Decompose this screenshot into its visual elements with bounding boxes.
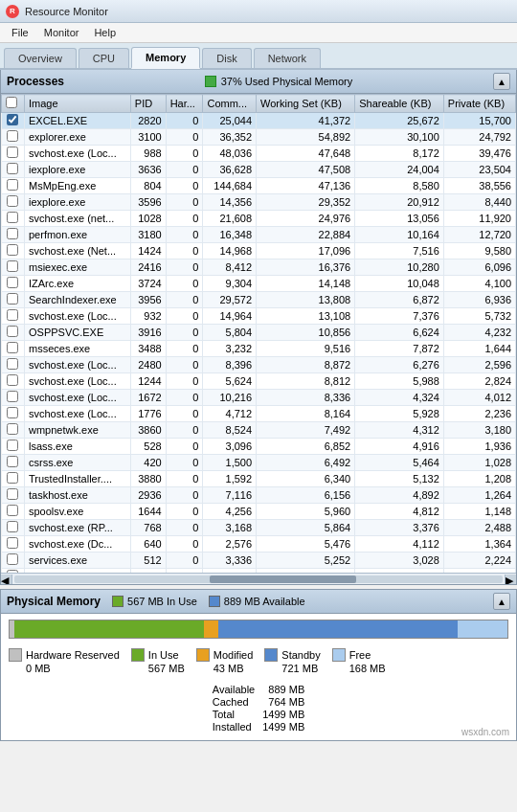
row-checkbox[interactable] [7,260,18,272]
scrollbar-thumb[interactable] [210,575,356,583]
table-row[interactable]: svchost.exe (Loc... 2480 0 8,396 8,872 6… [2,357,516,373]
tab-network[interactable]: Network [254,48,321,68]
row-checkbox[interactable] [7,505,18,516]
row-checkbox[interactable] [7,179,18,191]
row-checkbox[interactable] [7,326,18,337]
table-row[interactable]: svchost.exe (Loc... 1776 0 4,712 8,164 5… [2,406,516,422]
col-har[interactable]: Har... [166,95,203,113]
legend-value: 0 MB [9,663,51,674]
table-row[interactable]: svchost.exe (Net... 1424 0 14,968 17,096… [2,243,516,259]
stat-label: Total [213,709,255,720]
row-checkbox[interactable] [7,228,18,239]
row-image: perfmon.exe [25,227,131,243]
row-checkbox[interactable] [7,488,18,500]
row-checkbox[interactable] [7,309,18,321]
row-pid: 2480 [130,357,166,373]
table-row[interactable]: csrss.exe 420 0 1,500 6,492 5,464 1,028 [2,455,516,471]
row-har: 0 [166,243,203,259]
row-checkbox[interactable] [7,407,18,418]
row-shareable: 3,028 [355,553,444,569]
tab-disk[interactable]: Disk [202,48,251,68]
col-working[interactable]: Working Set (KB) [257,95,355,113]
row-har: 0 [166,422,203,439]
table-row[interactable]: svchost.exe (Dc... 640 0 2,576 5,476 4,1… [2,536,516,553]
row-checkbox[interactable] [7,114,18,125]
row-checkbox[interactable] [7,440,18,451]
col-checkbox [2,95,25,113]
table-row[interactable]: OSPPSVC.EXE 3916 0 5,804 10,856 6,624 4,… [2,325,516,341]
tab-overview[interactable]: Overview [4,48,77,68]
row-checkbox[interactable] [7,570,18,573]
table-row[interactable]: IZArc.exe 3724 0 9,304 14,148 10,048 4,1… [2,276,516,292]
scrollbar-left-arrow[interactable]: ◀ [1,575,12,584]
table-row[interactable]: SearchIndexer.exe 3956 0 29,572 13,808 6… [2,292,516,308]
table-row[interactable]: iexplore.exe 3596 0 14,356 29,352 20,912… [2,194,516,211]
table-row[interactable]: svchost.exe (Loc... 1672 0 10,216 8,336 … [2,390,516,406]
table-row[interactable]: explorer.exe 3100 0 36,352 54,892 30,100… [2,129,516,146]
row-working: 14,148 [257,276,355,292]
row-image: svchost.exe (Loc... [25,146,131,162]
row-comm: 4,712 [203,406,257,422]
table-row[interactable]: perfmon.exe 3180 0 16,348 22,884 10,164 … [2,227,516,243]
row-checkbox[interactable] [7,472,18,484]
row-checkbox[interactable] [7,423,18,435]
table-row[interactable]: wmpnetwk.exe 3860 0 8,524 7,492 4,312 3,… [2,422,516,439]
scrollbar-right-arrow[interactable]: ▶ [505,575,516,584]
table-row[interactable]: TrustedInstaller.... 3880 0 1,592 6,340 … [2,471,516,487]
table-row[interactable]: MsMpEng.exe 804 0 144,684 47,136 8,580 3… [2,178,516,194]
row-checkbox[interactable] [7,195,18,207]
row-checkbox[interactable] [7,163,18,174]
select-all-checkbox[interactable] [6,97,17,108]
menu-file[interactable]: File [4,25,36,40]
row-shareable: 5,132 [355,471,444,487]
row-checkbox[interactable] [7,553,18,565]
row-checkbox[interactable] [7,521,18,532]
table-row[interactable]: svchost.exe (Loc... 1244 0 5,624 8,812 5… [2,373,516,390]
row-checkbox[interactable] [7,537,18,549]
tab-cpu[interactable]: CPU [79,48,129,68]
tab-memory[interactable]: Memory [131,47,200,69]
table-row[interactable]: msiexec.exe 2416 0 8,412 16,376 10,280 6… [2,259,516,276]
horizontal-scrollbar[interactable]: ◀ ▶ [1,573,516,584]
col-private[interactable]: Private (KB) [443,95,515,113]
row-checkbox[interactable] [7,391,18,402]
table-row[interactable]: msseces.exe 3488 0 3,232 9,516 7,872 1,6… [2,341,516,357]
table-row[interactable]: services.exe 512 0 3,336 5,252 3,028 2,2… [2,553,516,569]
table-row[interactable]: spoolsv.exe 1644 0 4,256 5,960 4,812 1,1… [2,504,516,520]
table-row[interactable]: svchost.exe (Loc... 988 0 48,036 47,648 … [2,146,516,162]
table-row[interactable]: svchost.exe (RP... 768 0 3,168 5,864 3,3… [2,520,516,536]
row-checkbox[interactable] [7,342,18,353]
table-row[interactable]: iexplore.exe 3636 0 36,628 47,508 24,004… [2,162,516,178]
row-checkbox[interactable] [7,212,18,223]
row-private: 1,264 [443,487,515,504]
row-checkbox[interactable] [7,147,18,158]
col-pid[interactable]: PID [130,95,166,113]
table-row[interactable]: lsass.exe 528 0 3,096 6,852 4,916 1,936 [2,439,516,455]
table-row[interactable]: EXCEL.EXE 2820 0 25,044 41,372 25,672 15… [2,113,516,129]
table-row[interactable]: svchost.exe (net... 1028 0 21,608 24,976… [2,211,516,227]
col-comm[interactable]: Comm... [203,95,257,113]
row-checkbox[interactable] [7,374,18,386]
menu-monitor[interactable]: Monitor [36,25,87,40]
menu-help[interactable]: Help [86,25,124,40]
row-comm: 14,964 [203,308,257,325]
table-row[interactable]: taskhost.exe 2936 0 7,116 6,156 4,892 1,… [2,487,516,504]
row-har: 0 [166,406,203,422]
row-checkbox[interactable] [7,456,18,467]
table-row[interactable]: svchost.exe (Loc... 932 0 14,964 13,108 … [2,308,516,325]
row-private: 1,208 [443,471,515,487]
row-checkbox[interactable] [7,358,18,370]
watermark: wsxdn.com [461,727,509,737]
row-pid: 1244 [130,373,166,390]
processes-scroll-area[interactable]: Image PID Har... Comm... Working Set (KB… [1,94,516,573]
row-checkbox[interactable] [7,277,18,288]
col-image[interactable]: Image [25,95,131,113]
row-checkbox[interactable] [7,244,18,256]
row-checkbox[interactable] [7,293,18,304]
row-checkbox[interactable] [7,130,18,142]
scrollbar-track[interactable] [14,575,503,583]
physical-memory-expand-button[interactable]: ▲ [493,593,510,610]
row-comm: 8,524 [203,422,257,439]
col-shareable[interactable]: Shareable (KB) [355,95,444,113]
processes-expand-button[interactable]: ▲ [493,73,510,90]
